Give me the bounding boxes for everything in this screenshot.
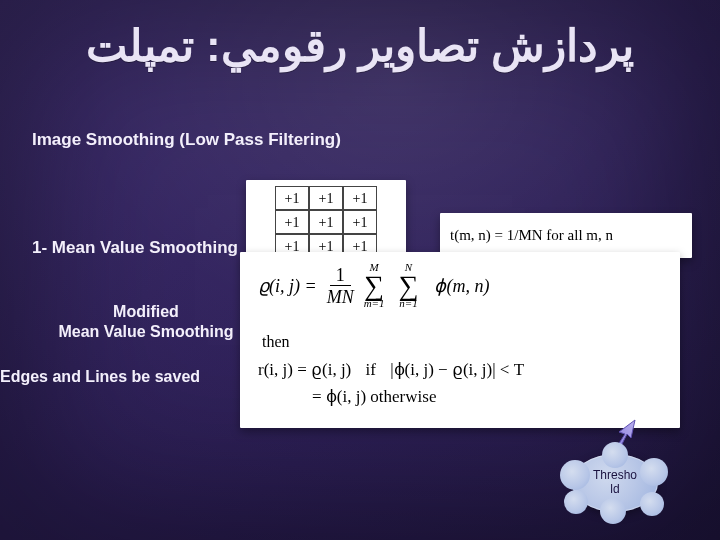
- sigma-icon: ∑: [364, 273, 384, 298]
- if-text: if: [366, 360, 376, 379]
- main-formula-panel: ϱ(i, j) = 1 MN M ∑ m=1 N ∑ n=1 ϕ(m, n) t…: [240, 252, 680, 428]
- then-text: then: [262, 333, 666, 351]
- edges-note: Edges and Lines be saved: [0, 368, 200, 386]
- heading-smoothing: Image Smoothing (Low Pass Filtering): [32, 130, 341, 150]
- result-line-2: = ϕ(i, j) otherwise: [258, 386, 666, 407]
- threshold-text: Thresho ld: [593, 469, 637, 497]
- result-line-1: r(i, j) = ϱ(i, j) if |ϕ(i, j) − ϱ(i, j)|…: [258, 359, 666, 380]
- sum-n-lower: n=1: [399, 298, 417, 309]
- sigma-icon: ∑: [399, 273, 419, 298]
- mask-cell: +1: [309, 186, 343, 210]
- fraction: 1 MN: [327, 266, 354, 306]
- modified-label: Modified Mean Value Smoothing: [56, 302, 236, 342]
- slide-title: پردازش تصاوير رقومي: تمپلت: [0, 20, 720, 71]
- fraction-num: 1: [330, 266, 351, 286]
- mask-cell: +1: [275, 210, 309, 234]
- threshold-l2: ld: [610, 482, 619, 496]
- mask-cell: +1: [309, 210, 343, 234]
- r-condition: |ϕ(i, j) − ϱ(i, j)| < T: [390, 360, 524, 379]
- fraction-den: MN: [327, 286, 354, 306]
- sum-m: M ∑ m=1: [364, 262, 385, 309]
- sum-m-lower: m=1: [364, 298, 385, 309]
- mask-cell: +1: [275, 186, 309, 210]
- mask-row: +1 +1 +1: [254, 186, 398, 210]
- threshold-l1: Thresho: [593, 468, 637, 482]
- threshold-bubble: Thresho ld: [572, 454, 658, 512]
- sum-n: N ∑ n=1: [399, 262, 419, 309]
- formula-lhs: ϱ(i, j) =: [258, 275, 317, 297]
- modified-label-line2: Mean Value Smoothing: [56, 322, 236, 342]
- template-weight-text: t(m, n) = 1/MN for all m, n: [450, 227, 613, 244]
- modified-label-line1: Modified: [56, 302, 236, 322]
- mask-row: +1 +1 +1: [254, 210, 398, 234]
- mask-cell: +1: [343, 186, 377, 210]
- r-equals: r(i, j) = ϱ(i, j): [258, 360, 351, 379]
- mean-formula-row: ϱ(i, j) = 1 MN M ∑ m=1 N ∑ n=1 ϕ(m, n): [258, 262, 666, 309]
- heading-mean: 1- Mean Value Smoothing: [32, 238, 238, 258]
- mask-cell: +1: [343, 210, 377, 234]
- formula-phi: ϕ(m, n): [434, 275, 489, 297]
